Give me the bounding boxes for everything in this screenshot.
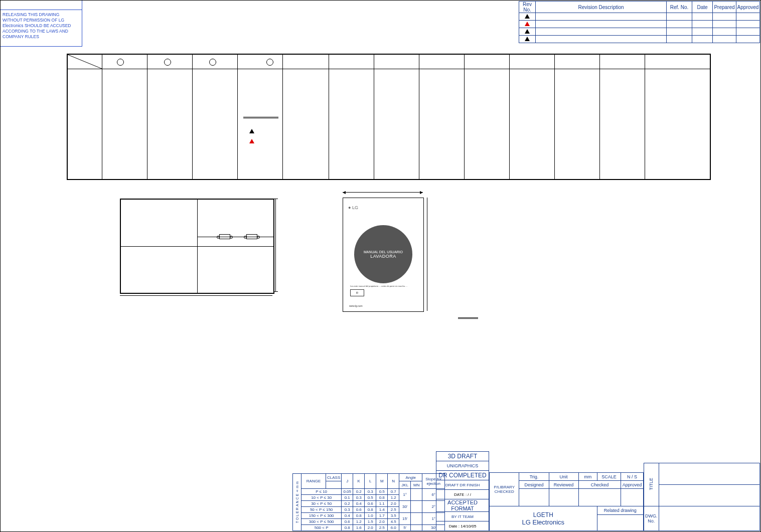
circle-icon (117, 59, 124, 66)
angle-label: Angle (406, 475, 416, 480)
triangle-icon (525, 14, 530, 19)
col-j: J (346, 479, 348, 483)
rev-row (519, 28, 760, 36)
sub-jkl: JKL (401, 483, 408, 487)
parts-col (645, 55, 645, 179)
title-block: TOLERANCE±mm RANGE CLASS J K L M N Angle… (292, 452, 760, 531)
drawing-sheet: RELEASING THIS DRAWING WITHOUT PERMISSIO… (0, 0, 761, 532)
cad-date1: DATE : / / (436, 490, 489, 499)
double-line-icon (243, 117, 278, 118)
double-line-icon (458, 317, 478, 319)
triangle-icon (249, 139, 254, 143)
legal-notice-text: RELEASING THIS DRAWING WITHOUT PERMISSIO… (1, 10, 82, 42)
dimension-right (275, 199, 276, 292)
org-lgeth: LGETH (491, 511, 596, 518)
fold-diagram (120, 199, 274, 294)
parts-col (509, 55, 510, 179)
cad-it: BY IT TEAM (436, 512, 489, 521)
parts-col (147, 55, 147, 179)
circle-icon (164, 59, 171, 66)
cover-dim-top (343, 192, 423, 193)
triangle-icon (249, 129, 254, 133)
legal-notice-box: RELEASING THIS DRAWING WITHOUT PERMISSIO… (1, 10, 82, 47)
tolerance-side-label: TOLERANCE±mm (295, 480, 299, 523)
title-dwg-block: TITLE DWG. No. (644, 463, 760, 531)
rev-hdr-no: Rev No. (519, 2, 536, 13)
trig: Trig. (519, 473, 549, 481)
approved: Approved (621, 481, 644, 489)
designed: Designed (519, 481, 549, 489)
rev-hdr-appr: Approved (736, 2, 760, 13)
revision-table: Rev No. Revision Description Ref. No. Da… (519, 1, 760, 43)
rev-hdr-date: Date (692, 2, 713, 13)
signoff-block: P/LIBRARY CHECKED Trig. Unit mm SCALE N … (489, 472, 644, 531)
cad-dr-fin: DRAFT DR FINISH (436, 480, 489, 490)
lg-logo: ● LG (348, 205, 358, 210)
sub-mn: MN (413, 483, 419, 487)
cover-line2: LAVADORA (370, 254, 396, 259)
cad-dr: DR COMPLETED (436, 471, 489, 480)
svg-line-0 (68, 55, 102, 69)
parts-col (599, 55, 600, 179)
rev-row (519, 36, 760, 43)
unit-mm: mm (578, 473, 597, 481)
parts-col (554, 55, 555, 179)
circle-icon (266, 59, 273, 66)
parts-col (237, 55, 238, 179)
fold-horz (121, 246, 273, 247)
parts-col (192, 55, 193, 179)
scale-label: SCALE (597, 473, 621, 481)
lib-checked: P/LIBRARY CHECKED (490, 473, 519, 506)
rev-row (519, 21, 760, 28)
dimension-bottom (120, 295, 272, 296)
triangle-icon (525, 29, 530, 34)
parts-col (102, 55, 102, 179)
cad-3d: 3D DRAFT (436, 452, 489, 461)
lg-logo-text: LG (352, 205, 358, 210)
unit-label: Unit (549, 473, 578, 481)
model-box: R (350, 289, 364, 296)
tol-row: 150 < P ≤ 3000.40.81.01.73.515'1° (293, 513, 445, 519)
circle-icon (209, 59, 216, 66)
cover-note: Lea este manual del propietario … antes … (350, 285, 407, 287)
dwg-label: DWG. No. (644, 506, 659, 531)
scale-value: N / S (621, 473, 644, 481)
org-lge: LG Electronics (491, 518, 596, 526)
tol-row: 30 < P ≤ 500.20.40.61.12.030'2° (293, 501, 445, 507)
col-n: N (392, 479, 395, 483)
col-k: K (358, 479, 360, 483)
col-m: M (380, 479, 384, 483)
cad-status-block: 3D DRAFT UNIGRAPHICS DR COMPLETED DRAFT … (436, 451, 489, 531)
title-label: TITLE (649, 478, 654, 490)
tol-row: 500 < P0.81.62.02.56.05'30' (293, 525, 445, 531)
manual-cover: ● LG MANUAL DEL USUARIO LAVADORA Lea est… (343, 198, 424, 312)
parts-table (67, 54, 711, 180)
parts-col (464, 55, 465, 179)
cad-accepted: ACCEPTED FORMAT (436, 499, 489, 512)
rev-row (519, 13, 760, 21)
tolerance-table: TOLERANCE±mm RANGE CLASS J K L M N Angle… (292, 473, 445, 531)
parts-col (374, 55, 374, 179)
parts-col (419, 55, 419, 179)
parts-row-divider (68, 69, 710, 69)
rev-hdr-ref: Ref. No. (667, 2, 692, 13)
cad-unigraphics: UNIGRAPHICS (436, 461, 489, 471)
diagonal-header-icon (68, 55, 102, 69)
triangle-icon (525, 22, 530, 26)
staple-icon (246, 234, 257, 239)
parts-col (329, 55, 329, 179)
r-label: R (356, 291, 358, 294)
tol-row: P ≤ 100.050.20.30.50.71°6° (293, 489, 445, 495)
reviewed: Reviewed (549, 481, 578, 489)
cover-circle: MANUAL DEL USUARIO LAVADORA (354, 225, 412, 283)
staple-icon (219, 234, 230, 239)
range-label: RANGE (307, 479, 321, 483)
rev-hdr-prep: Prepared (713, 2, 736, 13)
triangle-icon (525, 37, 530, 41)
cad-date2: Date : 14/10/05 (436, 521, 489, 531)
cover-line1: MANUAL DEL USUARIO (364, 250, 403, 254)
parts-col (282, 55, 283, 179)
rev-hdr-desc: Revision Description (536, 2, 667, 13)
class-label: CLASS (327, 475, 340, 480)
cover-footer: www.lg.com (349, 304, 363, 307)
